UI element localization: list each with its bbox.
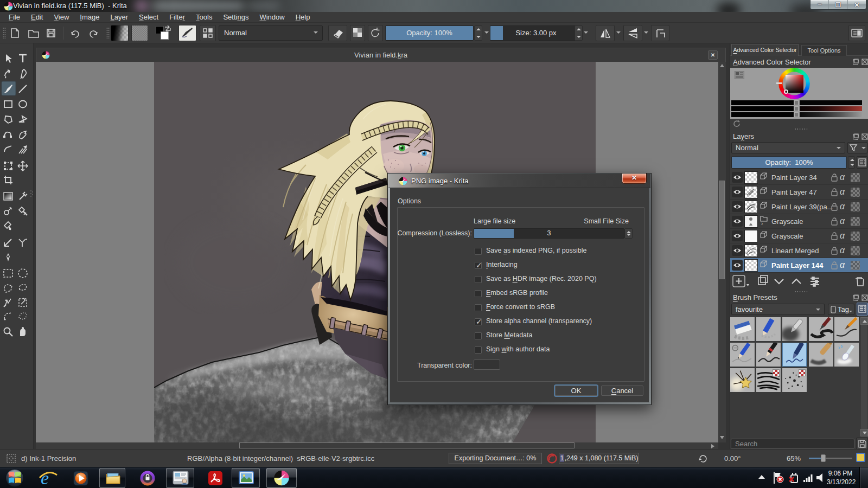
svg-text:e: e [41,468,49,488]
